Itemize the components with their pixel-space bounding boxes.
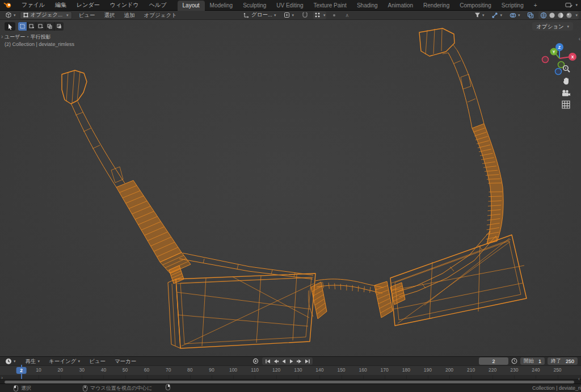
track-gridline xyxy=(428,375,428,379)
options-dropdown-button[interactable]: オプション xyxy=(532,22,573,31)
tab-layout[interactable]: Layout xyxy=(178,1,205,11)
3d-viewport[interactable]: › ‹ ユーザー・平行投影 (2) Collection | deviate_r… xyxy=(0,20,581,356)
play-button[interactable] xyxy=(288,357,295,365)
tab-scripting[interactable]: Scripting xyxy=(496,1,529,11)
ruler-tick: 30 xyxy=(79,367,85,373)
shading-rendered-button[interactable] xyxy=(565,11,572,19)
ruler-tick: 140 xyxy=(315,367,323,373)
select-mode-intersect-button[interactable] xyxy=(54,22,64,31)
timeline-scrollbar[interactable] xyxy=(0,379,581,383)
toggle-xray-button[interactable] xyxy=(524,11,537,19)
show-overlays-toggle[interactable] xyxy=(507,11,523,19)
track-gridline xyxy=(125,375,126,379)
menu-edit[interactable]: 編集 xyxy=(50,0,71,10)
mouse-hint-middle: マウス位置を視点の中心に xyxy=(83,384,152,392)
tab-animation[interactable]: Animation xyxy=(383,1,418,11)
menu-view-timeline[interactable]: ビュー xyxy=(85,357,110,365)
select-mode-extend-button[interactable] xyxy=(27,22,36,31)
camera-view-icon[interactable] xyxy=(561,89,571,97)
tab-compositing[interactable]: Compositing xyxy=(454,1,496,11)
shading-material-preview-button[interactable] xyxy=(557,11,564,19)
menu-marker[interactable]: マーカー xyxy=(110,357,141,365)
current-frame-field[interactable]: 2 xyxy=(479,357,508,365)
play-reverse-button[interactable] xyxy=(280,357,287,365)
scene-render-icon[interactable] xyxy=(565,2,578,9)
tab-modeling[interactable]: Modeling xyxy=(205,1,238,11)
snap-toggle-magnet-icon[interactable] xyxy=(299,11,311,19)
viewport-info-text: ユーザー・平行投影 (2) Collection | deviate_rimle… xyxy=(5,33,74,48)
object-visibility-filter-dropdown[interactable] xyxy=(471,11,487,19)
active-tool-box-select-button[interactable] xyxy=(5,22,15,31)
editor-type-3d-viewport-icon[interactable] xyxy=(2,11,19,19)
menu-help[interactable]: ヘルプ xyxy=(144,0,172,10)
orthographic-grid-icon[interactable] xyxy=(562,100,570,109)
end-frame-value: 250 xyxy=(566,359,574,364)
tab-sculpting[interactable]: Sculpting xyxy=(238,1,271,11)
blender-logo-icon[interactable] xyxy=(3,2,12,9)
add-workspace-button[interactable]: + xyxy=(529,1,542,11)
timeline-header: 再生 キーイング ビュー マーカー xyxy=(0,357,581,366)
menu-keying[interactable]: キーイング xyxy=(44,357,85,365)
track-gridline xyxy=(82,375,82,379)
proportional-editing-icon[interactable] xyxy=(329,11,340,19)
track-gridline xyxy=(169,375,169,379)
show-gizmo-toggle[interactable] xyxy=(489,11,505,19)
menu-view[interactable]: ビュー xyxy=(74,11,100,19)
gizmo-neg-z-axis[interactable] xyxy=(555,69,562,75)
active-object-label: (2) Collection | deviate_rimless xyxy=(5,41,74,48)
proportional-falloff-icon[interactable]: ∧ xyxy=(342,11,352,19)
menu-select[interactable]: 選択 xyxy=(100,11,120,19)
track-gridline xyxy=(39,375,39,379)
transform-orientation-dropdown[interactable]: グロー... xyxy=(241,11,279,19)
navigation-gizmo[interactable]: Z X Y xyxy=(537,33,580,75)
ruler-tick: 110 xyxy=(251,367,259,373)
shading-wireframe-button[interactable] xyxy=(540,11,547,19)
auto-keyframe-record-button[interactable] xyxy=(252,357,259,365)
jump-to-start-button[interactable] xyxy=(264,357,271,365)
tab-shading[interactable]: Shading xyxy=(352,1,383,11)
menu-file[interactable]: ファイル xyxy=(16,0,50,10)
start-frame-field[interactable]: 開始 1 xyxy=(520,357,545,365)
end-frame-label: 終了 xyxy=(551,357,561,365)
glasses-wireframe-3d-object[interactable] xyxy=(0,20,581,356)
timeline-left-expand-arrow[interactable]: › xyxy=(1,375,3,381)
shading-solid-button[interactable] xyxy=(548,11,555,19)
menu-object[interactable]: オブジェクト xyxy=(140,11,182,19)
tab-uv-editing[interactable]: UV Editing xyxy=(271,1,308,11)
menu-window[interactable]: ウィンドウ xyxy=(105,0,144,10)
editor-type-timeline-icon[interactable] xyxy=(2,357,19,365)
select-mode-subtract-button[interactable] xyxy=(36,22,45,31)
jump-to-prev-keyframe-button[interactable] xyxy=(272,357,279,365)
track-gridline xyxy=(558,375,558,379)
current-frame-badge[interactable]: 2 xyxy=(16,367,27,374)
pivot-point-dropdown[interactable] xyxy=(281,11,297,19)
jump-to-end-button[interactable] xyxy=(304,357,311,365)
snap-to-dropdown[interactable] xyxy=(313,11,327,19)
ruler-tick: 170 xyxy=(381,367,389,373)
track-gridline xyxy=(147,375,148,379)
menu-add[interactable]: 追加 xyxy=(120,11,140,19)
select-mode-set-button[interactable] xyxy=(18,22,27,31)
jump-to-next-keyframe-button[interactable] xyxy=(296,357,303,365)
track-gridline xyxy=(298,375,298,379)
menu-playback[interactable]: 再生 xyxy=(21,357,45,365)
toolbar-expand-arrow[interactable]: › xyxy=(1,33,3,40)
gizmo-neg-x-axis[interactable] xyxy=(542,57,549,63)
ruler-tick: 120 xyxy=(272,367,280,373)
select-mode-invert-button[interactable] xyxy=(45,22,54,31)
tab-texture-paint[interactable]: Texture Paint xyxy=(309,1,352,11)
timeline-ruler[interactable]: 2 10203040506070809010011012013014015016… xyxy=(0,366,581,375)
tab-rendering[interactable]: Rendering xyxy=(418,1,454,11)
start-frame-value: 1 xyxy=(538,359,541,364)
timeline-track[interactable] xyxy=(0,375,581,379)
mode-selector[interactable]: オブジェク... xyxy=(20,11,72,19)
pan-hand-icon[interactable] xyxy=(562,77,571,86)
menu-render[interactable]: レンダー xyxy=(71,0,105,10)
zoom-tool-icon[interactable] xyxy=(562,64,571,73)
ruler-tick: 160 xyxy=(359,367,367,373)
ruler-tick: 50 xyxy=(123,367,128,373)
track-gridline xyxy=(514,375,515,379)
timeline-right-expand-arrow[interactable]: ‹ xyxy=(578,376,580,382)
timeline-scrollbar-thumb[interactable] xyxy=(5,381,574,383)
end-frame-field[interactable]: 終了 250 xyxy=(548,357,578,365)
